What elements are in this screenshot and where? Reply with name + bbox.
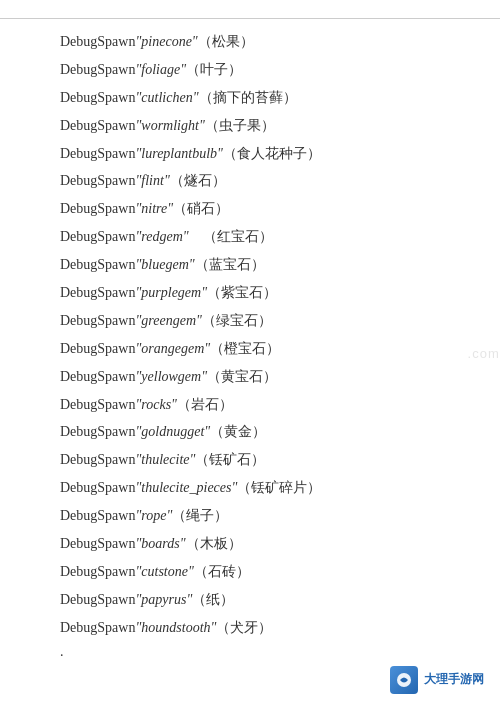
item-chinese: （岩石） bbox=[177, 392, 233, 418]
item-code: "cutstone" bbox=[135, 559, 193, 585]
item-chinese: （叶子） bbox=[186, 57, 242, 83]
debug-keyword: DebugSpawn bbox=[60, 196, 135, 222]
item-chinese: （摘下的苔藓） bbox=[199, 85, 297, 111]
item-chinese: （紫宝石） bbox=[207, 280, 277, 306]
debug-keyword: DebugSpawn bbox=[60, 29, 135, 55]
list-item: DebugSpawn "goldnugget"（黄金） bbox=[60, 419, 440, 445]
item-code: "redgem" bbox=[135, 224, 188, 250]
item-code: "yellowgem" bbox=[135, 364, 207, 390]
item-code: "nitre" bbox=[135, 196, 173, 222]
debug-keyword: DebugSpawn bbox=[60, 475, 135, 501]
item-chinese: （石砖） bbox=[194, 559, 250, 585]
debug-keyword: DebugSpawn bbox=[60, 503, 135, 529]
debug-keyword: DebugSpawn bbox=[60, 615, 135, 641]
debug-keyword: DebugSpawn bbox=[60, 364, 135, 390]
item-chinese: （橙宝石） bbox=[210, 336, 280, 362]
item-chinese: （蓝宝石） bbox=[195, 252, 265, 278]
list-item: DebugSpawn "thulecite_pieces"（铥矿碎片） bbox=[60, 475, 440, 501]
debug-keyword: DebugSpawn bbox=[60, 252, 135, 278]
list-item: DebugSpawn "papyrus"（纸） bbox=[60, 587, 440, 613]
list-item: DebugSpawn "pinecone"（松果） bbox=[60, 29, 440, 55]
item-code: "goldnugget" bbox=[135, 419, 210, 445]
item-code: "pinecone" bbox=[135, 29, 197, 55]
item-code: "lureplantbulb" bbox=[135, 141, 222, 167]
content-area: DebugSpawn "pinecone"（松果）DebugSpawn "fol… bbox=[0, 19, 500, 653]
item-chinese: （红宝石） bbox=[189, 224, 273, 250]
logo-icon bbox=[390, 666, 418, 694]
debug-keyword: DebugSpawn bbox=[60, 85, 135, 111]
item-chinese: （硝石） bbox=[173, 196, 229, 222]
item-code: "thulecite_pieces" bbox=[135, 475, 237, 501]
list-item: DebugSpawn "flint"（燧石） bbox=[60, 168, 440, 194]
item-chinese: （木板） bbox=[186, 531, 242, 557]
list-item: DebugSpawn "purplegem"（紫宝石） bbox=[60, 280, 440, 306]
debug-keyword: DebugSpawn bbox=[60, 57, 135, 83]
item-code: "wormlight" bbox=[135, 113, 204, 139]
debug-keyword: DebugSpawn bbox=[60, 168, 135, 194]
item-code: "houndstooth" bbox=[135, 615, 216, 641]
item-code: "boards" bbox=[135, 531, 185, 557]
item-chinese: （松果） bbox=[198, 29, 254, 55]
item-code: "flint" bbox=[135, 168, 169, 194]
logo-text: 大理手游网 bbox=[424, 672, 484, 688]
debug-keyword: DebugSpawn bbox=[60, 559, 135, 585]
debug-keyword: DebugSpawn bbox=[60, 447, 135, 473]
item-chinese: （犬牙） bbox=[216, 615, 272, 641]
logo-area: 大理手游网 bbox=[390, 666, 484, 694]
list-item: DebugSpawn "cutstone"（石砖） bbox=[60, 559, 440, 585]
item-code: "thulecite" bbox=[135, 447, 195, 473]
debug-keyword: DebugSpawn bbox=[60, 587, 135, 613]
debug-keyword: DebugSpawn bbox=[60, 280, 135, 306]
item-chinese: （燧石） bbox=[170, 168, 226, 194]
list-item: DebugSpawn "yellowgem"（黄宝石） bbox=[60, 364, 440, 390]
list-item: DebugSpawn "houndstooth"（犬牙） bbox=[60, 615, 440, 641]
site-name: 大理手游网 bbox=[424, 672, 484, 688]
dot-marker: . bbox=[60, 644, 64, 660]
debug-keyword: DebugSpawn bbox=[60, 531, 135, 557]
item-chinese: （铥矿碎片） bbox=[237, 475, 321, 501]
item-chinese: （绿宝石） bbox=[202, 308, 272, 334]
list-item: DebugSpawn "lureplantbulb"（食人花种子） bbox=[60, 141, 440, 167]
debug-keyword: DebugSpawn bbox=[60, 113, 135, 139]
item-code: "bluegem" bbox=[135, 252, 194, 278]
list-item: DebugSpawn "rocks"（岩石） bbox=[60, 392, 440, 418]
debug-keyword: DebugSpawn bbox=[60, 336, 135, 362]
debug-keyword: DebugSpawn bbox=[60, 224, 135, 250]
list-item: DebugSpawn "thulecite"（铥矿石） bbox=[60, 447, 440, 473]
item-code: "papyrus" bbox=[135, 587, 192, 613]
item-chinese: （铥矿石） bbox=[195, 447, 265, 473]
list-item: DebugSpawn "wormlight"（虫子果） bbox=[60, 113, 440, 139]
item-code: "rocks" bbox=[135, 392, 177, 418]
item-code: "purplegem" bbox=[135, 280, 207, 306]
list-item: DebugSpawn "rope"（绳子） bbox=[60, 503, 440, 529]
debug-keyword: DebugSpawn bbox=[60, 419, 135, 445]
item-chinese: （黄宝石） bbox=[207, 364, 277, 390]
item-code: "foliage" bbox=[135, 57, 186, 83]
list-item: DebugSpawn "orangegem"（橙宝石） bbox=[60, 336, 440, 362]
item-chinese: （纸） bbox=[192, 587, 234, 613]
item-chinese: （虫子果） bbox=[205, 113, 275, 139]
list-item: DebugSpawn "nitre"（硝石） bbox=[60, 196, 440, 222]
item-chinese: （绳子） bbox=[172, 503, 228, 529]
item-code: "rope" bbox=[135, 503, 172, 529]
debug-keyword: DebugSpawn bbox=[60, 392, 135, 418]
list-item: DebugSpawn "greengem"（绿宝石） bbox=[60, 308, 440, 334]
item-code: "orangegem" bbox=[135, 336, 210, 362]
list-item: DebugSpawn "redgem" （红宝石） bbox=[60, 224, 440, 250]
list-item: DebugSpawn "foliage"（叶子） bbox=[60, 57, 440, 83]
item-code: "cutlichen" bbox=[135, 85, 198, 111]
debug-keyword: DebugSpawn bbox=[60, 141, 135, 167]
item-code: "greengem" bbox=[135, 308, 201, 334]
list-item: DebugSpawn "bluegem"（蓝宝石） bbox=[60, 252, 440, 278]
list-item: DebugSpawn "boards"（木板） bbox=[60, 531, 440, 557]
list-item: DebugSpawn "cutlichen"（摘下的苔藓） bbox=[60, 85, 440, 111]
debug-keyword: DebugSpawn bbox=[60, 308, 135, 334]
item-chinese: （黄金） bbox=[210, 419, 266, 445]
item-chinese: （食人花种子） bbox=[223, 141, 321, 167]
